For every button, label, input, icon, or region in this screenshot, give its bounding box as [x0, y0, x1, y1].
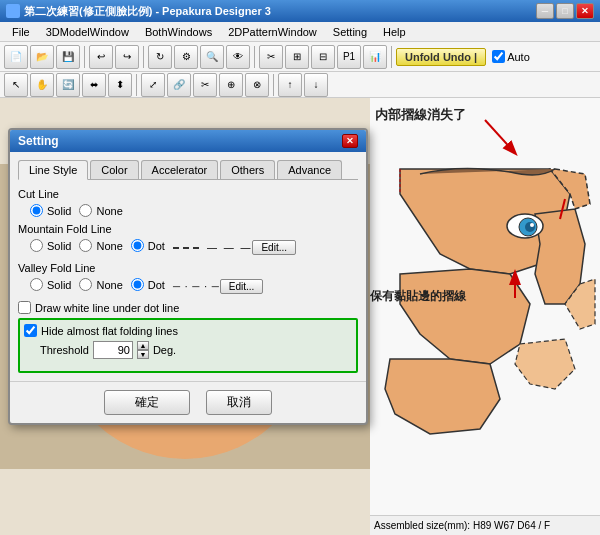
ok-button[interactable]: 確定 [104, 390, 190, 415]
save-button[interactable]: 💾 [56, 45, 80, 69]
valley-line-preview: ─ · ─ · ─ [173, 281, 220, 292]
cut-none-radio[interactable] [79, 204, 92, 217]
valley-none-option[interactable]: None [79, 278, 122, 291]
mountain-fold-options: Solid None Dot ― ― ― Edit... [18, 239, 358, 256]
mountain-solid-radio[interactable] [30, 239, 43, 252]
valley-none-radio[interactable] [79, 278, 92, 291]
valley-solid-option[interactable]: Solid [30, 278, 71, 291]
tab-advance[interactable]: Advance [277, 160, 342, 179]
mountain-dot-option[interactable]: Dot [131, 239, 165, 252]
open-button[interactable]: 📂 [30, 45, 54, 69]
tb2-btn9[interactable]: ⊕ [219, 73, 243, 97]
mountain-line-preview: ― ― ― [173, 242, 253, 253]
cancel-button[interactable]: 取消 [206, 390, 272, 415]
mountain-dot-label: Dot [148, 240, 165, 252]
zoom-button[interactable]: 🔍 [200, 45, 224, 69]
right-panel-2d[interactable]: 内部摺線消失了 保有黏貼邊的摺線 Assembled size(mm): H89… [370, 98, 600, 535]
tb-btn6[interactable]: ⊞ [285, 45, 309, 69]
auto-checkbox[interactable] [492, 50, 505, 63]
maximize-button[interactable]: □ [556, 3, 574, 19]
window-title: 第二次練習(修正側臉比例) - Pepakura Designer 3 [24, 4, 271, 19]
valley-dot-option[interactable]: Dot [131, 278, 165, 291]
threshold-up-button[interactable]: ▲ [137, 341, 149, 350]
tb2-btn7[interactable]: 🔗 [167, 73, 191, 97]
tb2-btn11[interactable]: ↑ [278, 73, 302, 97]
tab-line-style[interactable]: Line Style [18, 160, 88, 180]
tb2-btn2[interactable]: ✋ [30, 73, 54, 97]
new-button[interactable]: 📄 [4, 45, 28, 69]
toolbar-sep-4 [391, 46, 392, 68]
undo-button[interactable]: ↩ [89, 45, 113, 69]
tb-btn7[interactable]: ⊟ [311, 45, 335, 69]
cut-solid-label: Solid [47, 205, 71, 217]
mountain-none-radio[interactable] [79, 239, 92, 252]
cut-solid-option[interactable]: Solid [30, 204, 71, 217]
toolbar-2: ↖ ✋ 🔄 ⬌ ⬍ ⤢ 🔗 ✂ ⊕ ⊗ ↑ ↓ [0, 72, 600, 98]
tb2-sep2 [273, 74, 274, 96]
annotation-bottom: 保有黏貼邊的摺線 [370, 288, 466, 305]
tab-color[interactable]: Color [90, 160, 138, 179]
menu-help[interactable]: Help [375, 24, 414, 40]
tb2-btn1[interactable]: ↖ [4, 73, 28, 97]
menu-setting[interactable]: Setting [325, 24, 375, 40]
minimize-button[interactable]: ─ [536, 3, 554, 19]
tb2-sep1 [136, 74, 137, 96]
valley-fold-options: Solid None Dot ─ · ─ · ─ Edit... [18, 278, 358, 295]
tb2-btn5[interactable]: ⬍ [108, 73, 132, 97]
valley-line-dotdash: ─ · ─ · ─ [173, 281, 220, 292]
auto-checkbox-group[interactable]: Auto [492, 50, 530, 63]
mountain-line-dot: ― ― ― [207, 242, 253, 253]
threshold-unit: Deg. [153, 344, 176, 356]
tb2-btn6[interactable]: ⤢ [141, 73, 165, 97]
dialog-title: Setting [18, 134, 59, 148]
valley-fold-label: Valley Fold Line [18, 262, 358, 274]
dialog-close-button[interactable]: ✕ [342, 134, 358, 148]
tb2-btn3[interactable]: 🔄 [56, 73, 80, 97]
pattern-svg [370, 98, 600, 515]
rotate-button[interactable]: ↻ [148, 45, 172, 69]
draw-white-checkbox-row: Draw white line under dot line [18, 301, 358, 314]
valley-dot-label: Dot [148, 279, 165, 291]
cut-none-option[interactable]: None [79, 204, 122, 217]
mountain-none-option[interactable]: None [79, 239, 122, 252]
toolbar-sep-3 [254, 46, 255, 68]
unfold-undo-button[interactable]: Unfold Undo | [396, 48, 486, 66]
cut-line-label: Cut Line [18, 188, 358, 200]
redo-button[interactable]: ↪ [115, 45, 139, 69]
tab-accelerator[interactable]: Accelerator [141, 160, 219, 179]
tb2-btn12[interactable]: ↓ [304, 73, 328, 97]
threshold-input[interactable]: 90 [93, 341, 133, 359]
mountain-solid-option[interactable]: Solid [30, 239, 71, 252]
dialog-title-bar[interactable]: Setting ✕ [10, 130, 366, 152]
tb2-btn10[interactable]: ⊗ [245, 73, 269, 97]
tb-btn5[interactable]: ✂ [259, 45, 283, 69]
cut-solid-radio[interactable] [30, 204, 43, 217]
valley-edit-button[interactable]: Edit... [220, 279, 264, 294]
draw-white-label: Draw white line under dot line [35, 302, 179, 314]
tb2-btn4[interactable]: ⬌ [82, 73, 106, 97]
menu-2dpattern[interactable]: 2DPatternWindow [220, 24, 325, 40]
menu-bothwindows[interactable]: BothWindows [137, 24, 220, 40]
mountain-solid-label: Solid [47, 240, 71, 252]
menu-file[interactable]: File [4, 24, 38, 40]
tab-bar: Line Style Color Accelerator Others Adva… [18, 160, 358, 180]
tab-others[interactable]: Others [220, 160, 275, 179]
threshold-down-button[interactable]: ▼ [137, 350, 149, 359]
mountain-dot-radio[interactable] [131, 239, 144, 252]
close-button[interactable]: ✕ [576, 3, 594, 19]
tb2-btn8[interactable]: ✂ [193, 73, 217, 97]
valley-none-label: None [96, 279, 122, 291]
view-button[interactable]: 👁 [226, 45, 250, 69]
tb-btn8[interactable]: P1 [337, 45, 361, 69]
settings-button[interactable]: ⚙ [174, 45, 198, 69]
menu-3dmodel[interactable]: 3DModelWindow [38, 24, 137, 40]
valley-dot-radio[interactable] [131, 278, 144, 291]
tb-btn9[interactable]: 📊 [363, 45, 387, 69]
valley-solid-radio[interactable] [30, 278, 43, 291]
draw-white-checkbox[interactable] [18, 301, 31, 314]
svg-point-19 [530, 223, 534, 227]
mountain-edit-button[interactable]: Edit... [252, 240, 296, 255]
hide-flat-checkbox[interactable] [24, 324, 37, 337]
auto-label: Auto [507, 51, 530, 63]
mountain-line-dashed [173, 247, 203, 249]
